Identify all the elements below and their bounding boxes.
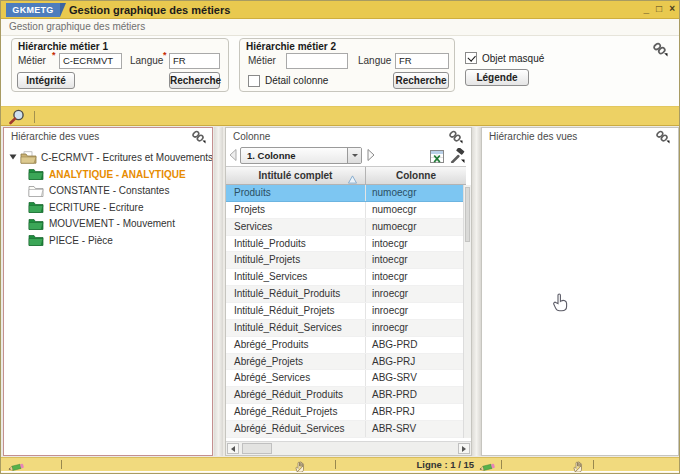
detail-colonne-label: Détail colonne — [265, 75, 328, 86]
tree-root[interactable]: C-ECRMVT - Ecritures et Mouvements - Cli… — [4, 149, 212, 166]
minimize-button[interactable]: _ — [644, 1, 650, 17]
cell-intitule-complet: Intitulé_Réduit_Services — [226, 320, 366, 336]
colonne-panel-header: Colonne — [226, 128, 471, 146]
selector-dropdown-arrow[interactable] — [347, 148, 361, 163]
metier2-input[interactable] — [286, 53, 348, 69]
tree-item[interactable]: ANALYTIQUE - ANALYTIQUE — [4, 166, 212, 183]
views-tree: C-ECRMVT - Ecritures et Mouvements - Cli… — [4, 149, 212, 455]
tree-item[interactable]: MOUVEMENT - Mouvement — [4, 216, 212, 233]
scroll-left-arrow[interactable] — [227, 443, 239, 454]
left-panel-title: Hiérarchie des vues — [11, 131, 99, 142]
tree-item-label: MOUVEMENT - Mouvement — [49, 218, 175, 229]
cell-intitule-complet: Projets — [226, 202, 366, 218]
breadcrumb: Gestion graphique des métiers — [1, 19, 680, 36]
metier1-input[interactable]: C-ECRMVT — [59, 53, 122, 69]
cell-intitule-complet: Produits — [226, 185, 366, 201]
expander-icon[interactable] — [9, 152, 17, 163]
table-row[interactable]: Projetsnumoecgr — [226, 202, 466, 219]
detail-colonne-checkbox[interactable] — [248, 75, 260, 87]
recherche1-button[interactable]: Recherche — [169, 72, 220, 89]
prev-arrow-icon[interactable] — [228, 148, 238, 166]
maximize-button[interactable]: □ — [656, 1, 662, 17]
table-header-label: Colonne — [396, 170, 436, 181]
scroll-right-arrow[interactable] — [458, 443, 470, 454]
open-folder-icon — [20, 151, 37, 164]
colonne-panel: Colonne 1. Colonne — [225, 127, 472, 456]
group-hierarchie-metier-2: Hiérarchie métier 2 Métier Langue FR Dét… — [239, 38, 455, 92]
tool-strip — [1, 106, 680, 126]
langue1-select[interactable]: FR — [169, 53, 220, 69]
table-row[interactable]: Abrégé_Réduit_ProjetsABR-PRJ — [226, 404, 466, 421]
next-arrow-icon[interactable] — [366, 148, 376, 166]
tree-item-label: CONSTANTE - Constantes — [49, 185, 169, 196]
table-row[interactable]: Intitulé_Projetsintoecgr — [226, 252, 466, 269]
window-controls: _ □ × — [644, 1, 675, 17]
table-header-intitule[interactable]: Intitulé complet — [226, 167, 366, 184]
table-row[interactable]: Intitulé_Réduit_Projetsinroecgr — [226, 303, 466, 320]
link-icon[interactable] — [655, 130, 670, 150]
colonne-selector-value: 1. Colonne — [247, 150, 296, 161]
panel-splitter-right[interactable] — [472, 127, 481, 456]
tree-children: ANALYTIQUE - ANALYTIQUECONSTANTE - Const… — [4, 166, 212, 249]
recherche2-button[interactable]: Recherche — [393, 72, 449, 89]
excel-export-icon[interactable] — [430, 149, 444, 167]
colonne-panel-title: Colonne — [233, 131, 270, 142]
horizontal-scrollbar[interactable] — [226, 441, 471, 455]
tree-item[interactable]: PIECE - Pièce — [4, 232, 212, 249]
tree-item[interactable]: CONSTANTE - Constantes — [4, 183, 212, 200]
cell-colonne: intoecgr — [366, 269, 466, 285]
table-row[interactable]: Abrégé_ProduitsABG-PRD — [226, 337, 466, 354]
table-row[interactable]: Intitulé_Réduit_Produitsinroecgr — [226, 286, 466, 303]
langue2-select[interactable]: FR — [395, 53, 449, 69]
cell-colonne: ABR-SRV — [366, 421, 466, 437]
tree-item-label: PIECE - Pièce — [49, 235, 113, 246]
link-icon[interactable] — [652, 42, 668, 61]
table-row[interactable]: Intitulé_Produitsintoecgr — [226, 236, 466, 253]
cell-intitule-complet: Services — [226, 219, 366, 235]
scrollbar-thumb[interactable] — [242, 443, 272, 454]
table-row[interactable]: Produitsnumoecgr — [226, 185, 466, 202]
colonne-nav-row: 1. Colonne — [226, 146, 471, 166]
objet-masque-label: Objet masqué — [482, 53, 544, 64]
integrite-button[interactable]: Intégrité — [17, 72, 75, 89]
green-folder-icon — [28, 201, 44, 213]
cell-intitule-complet: Abrégé_Réduit_Services — [226, 421, 366, 437]
vertical-scrollbar[interactable] — [463, 185, 471, 438]
table-row[interactable]: Abrégé_Réduit_ServicesABR-SRV — [226, 421, 466, 438]
status-line-counter: Ligne : 1 / 15 — [396, 459, 474, 470]
table-row[interactable]: Abrégé_Réduit_ProduitsABR-PRD — [226, 387, 466, 404]
table-row[interactable]: Intitulé_Réduit_Servicesinroecgr — [226, 320, 466, 337]
status-separator — [501, 460, 502, 469]
panel-splitter-left[interactable] — [214, 127, 223, 456]
cell-colonne: ABR-PRJ — [366, 404, 466, 420]
required-marker: * — [52, 50, 56, 60]
metier2-label: Métier — [248, 55, 276, 66]
table-row[interactable]: Intitulé_Servicesintoecgr — [226, 269, 466, 286]
legende-button[interactable]: Légende — [465, 69, 529, 86]
cell-intitule-complet: Abrégé_Produits — [226, 337, 366, 353]
toolbar-separator — [34, 111, 35, 123]
table-row[interactable]: Abrégé_ServicesABG-SRV — [226, 370, 466, 387]
cell-intitule-complet: Abrégé_Réduit_Produits — [226, 387, 366, 403]
table-row[interactable]: Abrégé_ProjetsABG-PRJ — [226, 354, 466, 371]
right-panel-title: Hiérarchie des vues — [489, 131, 577, 142]
close-button[interactable]: × — [669, 1, 675, 17]
tools-hammer-icon[interactable] — [449, 148, 465, 167]
cell-colonne: numoecgr — [366, 219, 466, 235]
colonne-selector[interactable]: 1. Colonne — [240, 147, 362, 164]
left-panel-header: Hiérarchie des vues — [4, 128, 212, 146]
cell-colonne: ABG-SRV — [366, 370, 466, 386]
objet-masque-checkbox[interactable] — [465, 52, 477, 64]
scrollbar-thumb[interactable] — [465, 187, 470, 242]
link-icon[interactable] — [191, 130, 206, 150]
cell-colonne: numoecgr — [366, 185, 466, 201]
form-area: Hiérarchie métier 1 Métier * C-ECRMVT La… — [1, 36, 680, 106]
cell-colonne: inroecgr — [366, 320, 466, 336]
cell-colonne: intoecgr — [366, 236, 466, 252]
title-bar: GKMETG Gestion graphique des métiers _ □… — [1, 1, 680, 19]
green-folder-icon — [28, 218, 44, 230]
white-folder-icon — [28, 185, 44, 197]
table-row[interactable]: Servicesnumoecgr — [226, 219, 466, 236]
tree-item[interactable]: ECRITURE - Ecriture — [4, 199, 212, 216]
table-header-colonne[interactable]: Colonne — [366, 167, 466, 184]
